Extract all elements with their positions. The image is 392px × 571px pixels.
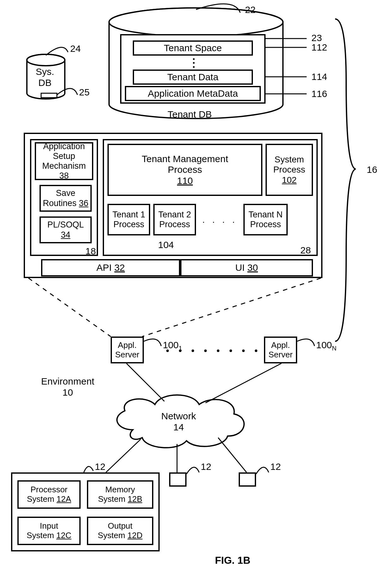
svg-line-20	[205, 363, 281, 403]
svg-line-10	[142, 278, 321, 337]
ref-12-b: 12	[270, 461, 281, 472]
tenant2-box: Tenant 2 Process	[153, 204, 196, 235]
svg-point-14	[204, 349, 207, 352]
ui-box: UI 30	[180, 259, 313, 276]
ref-100-n: 100N	[316, 340, 337, 352]
svg-point-15	[217, 349, 219, 352]
output-box: Output System 12D	[87, 517, 153, 545]
app-setup-box: Application Setup Mechanism 38	[35, 142, 93, 180]
svg-point-0	[109, 8, 283, 36]
ref-18: 18	[85, 246, 96, 257]
processor-box: Processor System 12A	[17, 480, 81, 509]
svg-point-2	[27, 54, 65, 66]
tenant-data-box: Tenant Data	[133, 70, 253, 85]
svg-point-18	[255, 349, 257, 352]
svg-point-16	[230, 349, 232, 352]
figure-1b: Tenant Space ⋮ Tenant Data Application M…	[0, 0, 392, 571]
ref-25: 25	[79, 87, 89, 98]
appl-server-n: Appl. Server	[264, 337, 297, 363]
ref-100-1: 1001	[163, 340, 182, 352]
svg-point-17	[242, 349, 245, 352]
ref-16: 16	[367, 164, 377, 175]
svg-line-21	[106, 439, 141, 472]
svg-line-19	[126, 363, 164, 401]
ref-28: 28	[300, 245, 311, 256]
ref-112: 112	[311, 42, 327, 53]
sys-db-label: Sys. DB	[36, 66, 54, 88]
sys-process-box: System Process102	[266, 144, 313, 196]
ref-12-a: 12	[201, 461, 211, 472]
client-small-2	[239, 472, 256, 487]
tenant-space-box: Tenant Space	[133, 40, 253, 56]
svg-point-3	[27, 54, 65, 66]
figure-caption: FIG. 1B	[215, 555, 250, 566]
plsoql-box: PL/SOQL34	[40, 216, 92, 243]
svg-line-9	[28, 278, 111, 337]
svg-point-13	[192, 349, 194, 352]
ref-104: 104	[158, 240, 174, 251]
tenant-db-label: Tenant DB	[168, 109, 212, 120]
tenant1-box: Tenant 1 Process	[107, 204, 150, 235]
ref-12-c: 12	[95, 461, 105, 472]
ref-24: 24	[70, 43, 81, 54]
save-routines-box: Save Routines 36	[40, 185, 92, 212]
memory-box: Memory System 12B	[87, 480, 153, 509]
svg-rect-4	[41, 93, 57, 98]
appl-server-1: Appl. Server	[111, 337, 144, 363]
ref-114: 114	[311, 71, 327, 82]
api-box: API 32	[41, 259, 180, 276]
tenantN-box: Tenant N Process	[243, 204, 288, 235]
tenant-ellipsis: . . . .	[202, 215, 237, 225]
ref-22: 22	[245, 4, 255, 15]
ref-116: 116	[311, 88, 327, 100]
svg-point-1	[109, 8, 283, 36]
network-label: Network14	[161, 411, 196, 433]
client-small-1	[169, 472, 187, 487]
app-metadata-box: Application MetaData	[125, 86, 261, 101]
tmp-box: Tenant Management Process110	[107, 144, 262, 196]
ellipsis-vert: ⋮	[188, 56, 201, 69]
input-box: Input System 12C	[17, 517, 81, 545]
svg-line-23	[218, 438, 247, 472]
environment-label: Environment10	[41, 376, 94, 398]
